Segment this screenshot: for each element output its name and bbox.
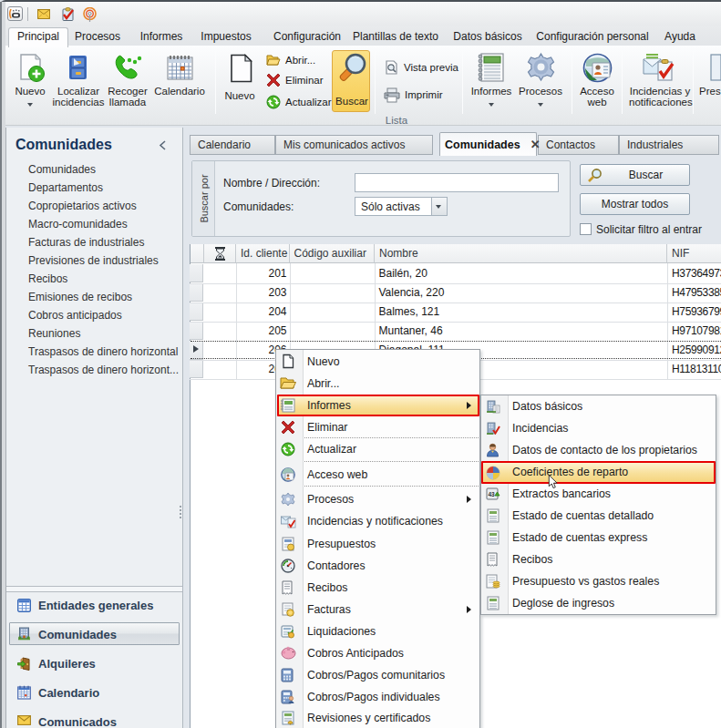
svg-text:43: 43: [489, 491, 496, 497]
